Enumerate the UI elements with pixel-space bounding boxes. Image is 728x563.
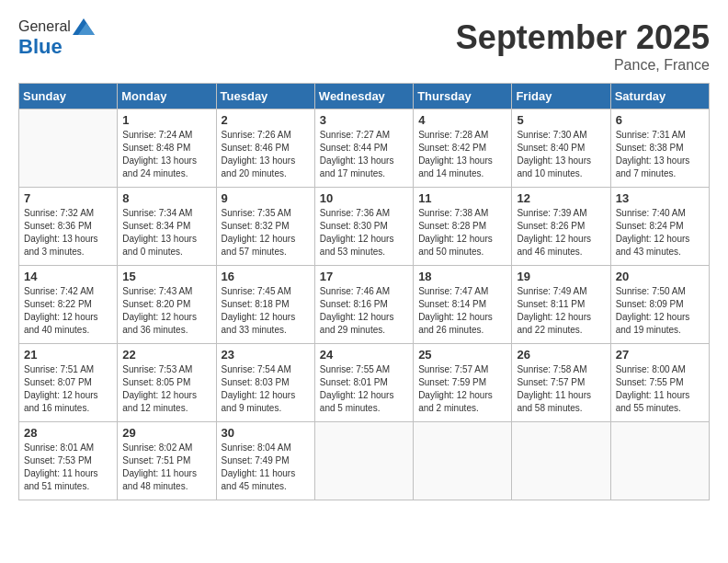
day-info: Sunrise: 7:47 AMSunset: 8:14 PMDaylight:… [418, 285, 506, 337]
calendar-cell: 2Sunrise: 7:26 AMSunset: 8:46 PMDaylight… [216, 109, 314, 188]
calendar-cell: 30Sunrise: 8:04 AMSunset: 7:49 PMDayligh… [216, 422, 314, 500]
day-info: Sunrise: 7:40 AMSunset: 8:24 PMDaylight:… [616, 207, 704, 259]
day-number: 6 [616, 113, 704, 127]
day-number: 9 [222, 191, 310, 205]
day-info: Sunrise: 7:30 AMSunset: 8:40 PMDaylight:… [517, 129, 605, 180]
day-info: Sunrise: 8:01 AMSunset: 7:53 PMDaylight:… [24, 442, 112, 493]
day-number: 3 [320, 113, 408, 127]
day-info: Sunrise: 7:57 AMSunset: 7:59 PMDaylight:… [418, 363, 506, 415]
calendar-week-row: 1Sunrise: 7:24 AMSunset: 8:48 PMDaylight… [19, 109, 710, 188]
calendar-week-row: 14Sunrise: 7:42 AMSunset: 8:22 PMDayligh… [19, 266, 710, 344]
day-number: 29 [122, 426, 210, 440]
day-info: Sunrise: 7:39 AMSunset: 8:26 PMDaylight:… [517, 207, 605, 259]
day-number: 27 [616, 348, 704, 362]
day-info: Sunrise: 7:31 AMSunset: 8:38 PMDaylight:… [616, 129, 704, 180]
calendar-cell: 14Sunrise: 7:42 AMSunset: 8:22 PMDayligh… [19, 266, 118, 344]
column-header-wednesday: Wednesday [314, 84, 413, 109]
logo-icon [73, 18, 95, 35]
day-number: 1 [122, 113, 210, 127]
calendar-cell: 29Sunrise: 8:02 AMSunset: 7:51 PMDayligh… [118, 422, 216, 500]
logo: General Blue [18, 18, 95, 59]
day-info: Sunrise: 7:38 AMSunset: 8:28 PMDaylight:… [418, 207, 506, 259]
calendar-cell [19, 109, 118, 188]
calendar-cell: 10Sunrise: 7:36 AMSunset: 8:30 PMDayligh… [314, 188, 413, 266]
day-info: Sunrise: 7:55 AMSunset: 8:01 PMDaylight:… [320, 363, 408, 415]
day-info: Sunrise: 7:28 AMSunset: 8:42 PMDaylight:… [418, 129, 506, 180]
day-info: Sunrise: 7:36 AMSunset: 8:30 PMDaylight:… [320, 207, 408, 259]
day-info: Sunrise: 7:51 AMSunset: 8:07 PMDaylight:… [24, 363, 112, 415]
calendar-cell [512, 422, 610, 500]
day-number: 5 [517, 113, 605, 127]
day-info: Sunrise: 7:34 AMSunset: 8:34 PMDaylight:… [122, 207, 210, 259]
month-year-title: September 2025 [456, 18, 710, 57]
page-header: General Blue September 2025 Pance, Franc… [18, 18, 710, 74]
day-number: 26 [517, 348, 605, 362]
day-number: 30 [222, 426, 310, 440]
calendar-cell [314, 422, 413, 500]
day-info: Sunrise: 7:49 AMSunset: 8:11 PMDaylight:… [517, 285, 605, 337]
logo-general-text: General [18, 18, 71, 35]
day-info: Sunrise: 7:46 AMSunset: 8:16 PMDaylight:… [320, 285, 408, 337]
day-number: 28 [24, 426, 112, 440]
day-info: Sunrise: 7:27 AMSunset: 8:44 PMDaylight:… [320, 129, 408, 180]
calendar-cell: 4Sunrise: 7:28 AMSunset: 8:42 PMDaylight… [414, 109, 512, 188]
day-info: Sunrise: 8:00 AMSunset: 7:55 PMDaylight:… [616, 363, 704, 415]
day-number: 12 [517, 191, 605, 205]
calendar-cell: 15Sunrise: 7:43 AMSunset: 8:20 PMDayligh… [118, 266, 216, 344]
column-header-monday: Monday [118, 84, 216, 109]
day-number: 8 [122, 191, 210, 205]
day-number: 2 [222, 113, 310, 127]
day-info: Sunrise: 7:42 AMSunset: 8:22 PMDaylight:… [24, 285, 112, 337]
calendar-cell: 21Sunrise: 7:51 AMSunset: 8:07 PMDayligh… [19, 344, 118, 422]
day-info: Sunrise: 7:45 AMSunset: 8:18 PMDaylight:… [222, 285, 310, 337]
day-info: Sunrise: 7:35 AMSunset: 8:32 PMDaylight:… [222, 207, 310, 259]
day-info: Sunrise: 7:54 AMSunset: 8:03 PMDaylight:… [222, 363, 310, 415]
location-subtitle: Pance, France [456, 57, 710, 74]
calendar-week-row: 28Sunrise: 8:01 AMSunset: 7:53 PMDayligh… [19, 422, 710, 500]
day-number: 13 [616, 191, 704, 205]
calendar-cell: 28Sunrise: 8:01 AMSunset: 7:53 PMDayligh… [19, 422, 118, 500]
calendar-cell: 9Sunrise: 7:35 AMSunset: 8:32 PMDaylight… [216, 188, 314, 266]
calendar-cell: 1Sunrise: 7:24 AMSunset: 8:48 PMDaylight… [118, 109, 216, 188]
calendar-cell: 13Sunrise: 7:40 AMSunset: 8:24 PMDayligh… [610, 188, 709, 266]
calendar-cell: 6Sunrise: 7:31 AMSunset: 8:38 PMDaylight… [610, 109, 709, 188]
day-info: Sunrise: 7:43 AMSunset: 8:20 PMDaylight:… [122, 285, 210, 337]
calendar-cell: 24Sunrise: 7:55 AMSunset: 8:01 PMDayligh… [314, 344, 413, 422]
calendar-cell [414, 422, 512, 500]
calendar-cell: 25Sunrise: 7:57 AMSunset: 7:59 PMDayligh… [414, 344, 512, 422]
day-number: 22 [122, 348, 210, 362]
day-info: Sunrise: 7:24 AMSunset: 8:48 PMDaylight:… [122, 129, 210, 180]
calendar-cell: 12Sunrise: 7:39 AMSunset: 8:26 PMDayligh… [512, 188, 610, 266]
calendar-cell: 17Sunrise: 7:46 AMSunset: 8:16 PMDayligh… [314, 266, 413, 344]
day-number: 21 [24, 348, 112, 362]
day-info: Sunrise: 7:32 AMSunset: 8:36 PMDaylight:… [24, 207, 112, 259]
day-number: 23 [222, 348, 310, 362]
column-header-sunday: Sunday [19, 84, 118, 109]
day-number: 7 [24, 191, 112, 205]
day-number: 16 [222, 270, 310, 283]
calendar-cell: 23Sunrise: 7:54 AMSunset: 8:03 PMDayligh… [216, 344, 314, 422]
calendar-cell: 20Sunrise: 7:50 AMSunset: 8:09 PMDayligh… [610, 266, 709, 344]
column-header-friday: Friday [512, 84, 610, 109]
day-info: Sunrise: 8:02 AMSunset: 7:51 PMDaylight:… [122, 442, 210, 493]
day-number: 18 [418, 270, 506, 283]
day-number: 14 [24, 270, 112, 283]
column-header-thursday: Thursday [414, 84, 512, 109]
day-number: 19 [517, 270, 605, 283]
day-info: Sunrise: 7:26 AMSunset: 8:46 PMDaylight:… [222, 129, 310, 180]
calendar-cell: 7Sunrise: 7:32 AMSunset: 8:36 PMDaylight… [19, 188, 118, 266]
day-number: 4 [418, 113, 506, 127]
calendar-cell: 19Sunrise: 7:49 AMSunset: 8:11 PMDayligh… [512, 266, 610, 344]
calendar-header-row: SundayMondayTuesdayWednesdayThursdayFrid… [19, 84, 710, 109]
day-number: 15 [122, 270, 210, 283]
calendar-cell: 11Sunrise: 7:38 AMSunset: 8:28 PMDayligh… [414, 188, 512, 266]
column-header-tuesday: Tuesday [216, 84, 314, 109]
day-number: 20 [616, 270, 704, 283]
calendar-cell [610, 422, 709, 500]
calendar-cell: 22Sunrise: 7:53 AMSunset: 8:05 PMDayligh… [118, 344, 216, 422]
calendar-cell: 3Sunrise: 7:27 AMSunset: 8:44 PMDaylight… [314, 109, 413, 188]
day-number: 17 [320, 270, 408, 283]
calendar-cell: 16Sunrise: 7:45 AMSunset: 8:18 PMDayligh… [216, 266, 314, 344]
calendar-cell: 8Sunrise: 7:34 AMSunset: 8:34 PMDaylight… [118, 188, 216, 266]
logo-blue-text: Blue [18, 35, 63, 59]
